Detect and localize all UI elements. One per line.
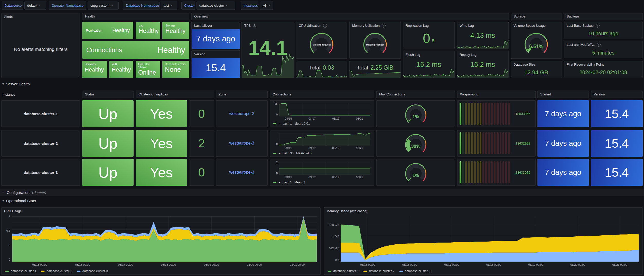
- zone-link[interactable]: westeurope-2: [229, 111, 254, 116]
- replicas-count: 0: [189, 100, 214, 127]
- memory-usage-legend: database-cluster-1 database-cluster-2 da…: [328, 269, 430, 273]
- chevron-down-icon: ∨: [111, 5, 113, 7]
- volume-space-usage-panel: Volume Space Usage 6.51%: [511, 22, 562, 59]
- last-base-backup-value: 10 hours ago: [564, 28, 642, 39]
- panel-title: Health: [82, 14, 97, 19]
- flush-lag-panel: Flush Lag 16.2 ms: [403, 51, 455, 78]
- connections-chart-cell: 2 0 03/15 03/17 03/19 03/21 -Last: 1Mean…: [270, 159, 374, 186]
- svg-text:Missing request: Missing request: [313, 43, 331, 46]
- write-lag-sparkline: [457, 40, 508, 49]
- replicas-count: 0: [189, 159, 214, 186]
- legend-item[interactable]: database-cluster-2: [363, 269, 394, 273]
- wraparound-value: 18633065: [512, 101, 534, 127]
- column-header-started: Started: [537, 91, 589, 98]
- tile-label: Backups: [85, 63, 105, 66]
- health-tile-storage: Storage Healthy: [162, 22, 189, 39]
- overview-header-panel: Overview: [191, 13, 509, 20]
- panel-title: Alerts: [2, 13, 80, 20]
- total-label: Total: [357, 65, 368, 71]
- replication-lag-panel: Replication Lag 0 s: [403, 22, 455, 49]
- version-panel: Version 15.4: [191, 50, 240, 78]
- replay-lag-value: 16.2 ms: [457, 60, 508, 69]
- y-tick: 0: [271, 172, 278, 175]
- storage-header-panel: Storage: [511, 13, 562, 20]
- replay-lag-panel: Replay Lag 16.2 ms: [457, 51, 509, 78]
- total-value: 0.03: [323, 64, 334, 71]
- column-header-wraparound: Wraparound: [457, 91, 536, 98]
- legend-item[interactable]: database-cluster-1: [5, 269, 36, 273]
- tile-value: Healthy: [139, 28, 157, 34]
- health-tile-replication: Replication Healthy: [82, 22, 133, 39]
- status-badge: Up: [82, 159, 134, 186]
- chevron-down-icon: ∨: [39, 5, 41, 7]
- column-header-zone: Zone: [216, 91, 268, 98]
- health-tile-lag: Lag Healthy: [136, 22, 160, 39]
- connections-chart-cell: 25 0 03/15 03/17 03/19 03/21 -Last: 1Mea…: [270, 100, 374, 127]
- legend-item[interactable]: database-cluster-3: [77, 269, 108, 273]
- zone-link[interactable]: westeurope-3: [229, 170, 254, 175]
- wraparound-cell: 18633019: [457, 159, 536, 186]
- status-badge: Up: [82, 130, 134, 157]
- series-marker: [77, 271, 81, 272]
- clustering-badge: Yes: [136, 159, 187, 186]
- flush-lag-sparkline: [403, 69, 454, 78]
- wraparound-cell: 18632998: [457, 130, 536, 157]
- tile-value: Online: [138, 69, 158, 76]
- cpu-total-panel: Total 0.03: [296, 61, 347, 78]
- section-operational-stats[interactable]: ∨ Operational Stats: [2, 199, 36, 203]
- operator-namespace-select[interactable]: cnpg-system∨: [88, 2, 119, 10]
- series-marker: [273, 123, 276, 124]
- legend-item[interactable]: database-cluster-1: [328, 269, 359, 273]
- connections-sparkline: [279, 103, 370, 116]
- operator-namespace-label: Operator Namespace: [49, 2, 86, 10]
- version-badge: 15.4: [591, 130, 643, 157]
- cpu-usage-legend: database-cluster-1 database-cluster-2 da…: [5, 269, 108, 273]
- max-connections-cell: 30%: [376, 130, 455, 157]
- zone-cell: westeurope-2: [216, 100, 268, 127]
- instance-name: database-cluster-3: [1, 159, 80, 186]
- memory-usage-x-axis: 03/15 00:00 03/16 00:00 03/17 00:00 03/1…: [341, 263, 639, 267]
- panel-title: Backups: [564, 14, 582, 19]
- panel-title: Last Base Backupi: [564, 22, 642, 29]
- info-icon: i: [323, 24, 327, 28]
- tile-label: Reconcile errors: [165, 63, 187, 66]
- health-tile-wal: WAL Healthy: [109, 61, 133, 78]
- replicas-count: 2: [189, 130, 214, 157]
- instances-select[interactable]: All∨: [260, 2, 273, 10]
- datasource-select[interactable]: default∨: [24, 2, 46, 10]
- wraparound-led-gauge: [460, 103, 511, 125]
- svg-text:Missing request: Missing request: [366, 43, 384, 46]
- replay-lag-sparkline: [457, 69, 508, 78]
- y-tick: 1: [9, 215, 10, 218]
- datasource-label: Datasource: [2, 2, 23, 10]
- connections-sparkline: [279, 162, 370, 175]
- tile-value: Healthy: [112, 28, 130, 33]
- chevron-right-icon: ›: [3, 191, 4, 194]
- y-tick: 0: [271, 113, 278, 116]
- legend-item[interactable]: database-cluster-3: [399, 269, 430, 273]
- panel-title: Last archived WALi: [564, 41, 642, 48]
- section-configuration[interactable]: › Configuration (17 panels): [0, 189, 644, 196]
- legend-item[interactable]: database-cluster-2: [41, 269, 72, 273]
- info-icon: i: [597, 43, 601, 47]
- health-header-panel: Health: [82, 13, 189, 20]
- alerts-empty-message: No alerts matching filters: [2, 21, 80, 78]
- panel-title: CPU Utilisationi: [296, 22, 347, 29]
- tile-label: Lag: [139, 24, 157, 27]
- zone-link[interactable]: westeurope-3: [229, 141, 254, 146]
- panel-title: Last failover: [192, 22, 240, 29]
- instances-label: Instances: [241, 2, 258, 10]
- cluster-select[interactable]: database-cluster∨: [197, 2, 235, 10]
- zone-cell: westeurope-3: [216, 130, 268, 157]
- column-header-version: Version: [591, 91, 643, 98]
- section-title: Operational Stats: [6, 199, 36, 203]
- connections-x-axis: 03/15 03/17 03/19 03/21: [279, 147, 370, 150]
- first-recoverability-panel: First Recoverability Point 2024-02-20 02…: [564, 61, 643, 78]
- y-tick: 0: [9, 258, 10, 261]
- chevron-down-icon: ∨: [2, 82, 4, 86]
- database-namespace-select[interactable]: test∨: [161, 2, 177, 10]
- section-server-health[interactable]: ∨ Server Health: [2, 82, 30, 86]
- max-connections-cell: 1%: [376, 159, 455, 186]
- wraparound-cell: 18633065: [457, 100, 536, 127]
- panel-title: Volume Space Usage: [511, 22, 562, 29]
